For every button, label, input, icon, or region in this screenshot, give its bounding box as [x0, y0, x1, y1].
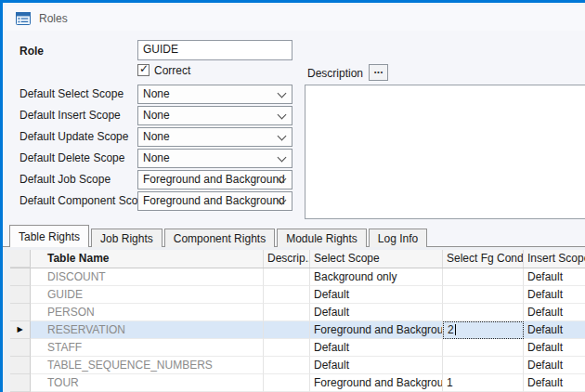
window-title: Roles: [39, 12, 68, 25]
combo-value: None: [143, 151, 170, 164]
default-insert-scope-label: Default Insert Scope: [20, 109, 121, 122]
roles-window: Roles Role GUIDE ✓ Correct Default Selec…: [0, 0, 585, 392]
combo-value: None: [143, 109, 170, 122]
cell-select-scope[interactable]: Default: [310, 286, 443, 304]
default-delete-scope-label: Default Delete Scope: [20, 151, 124, 164]
table-row[interactable]: PERSONDefaultDefault: [10, 304, 585, 321]
cell-select-fg-cond[interactable]: [443, 339, 524, 357]
description-textarea[interactable]: [305, 85, 585, 219]
table-row[interactable]: STAFFDefaultDefault: [10, 339, 585, 357]
cell-table-name[interactable]: DISCOUNT: [31, 268, 264, 286]
default-delete-scope-combo[interactable]: None: [137, 149, 292, 168]
default-insert-scope-combo[interactable]: None: [137, 106, 292, 125]
cell-insert-scope[interactable]: Default: [524, 374, 585, 392]
default-update-scope-combo[interactable]: None: [137, 127, 292, 147]
default-job-scope-combo[interactable]: Foreground and Background: [137, 170, 292, 189]
cell-select-scope[interactable]: Foreground and Background: [310, 321, 443, 339]
chevron-down-icon: [278, 153, 287, 163]
combo-value: None: [143, 130, 170, 143]
cell-select-fg-cond[interactable]: 1: [443, 374, 524, 392]
tab-job-rights[interactable]: Job Rights: [91, 229, 162, 247]
cell-table-name[interactable]: PERSON: [31, 304, 264, 321]
cell-table-name[interactable]: RESERVATION: [31, 321, 264, 339]
row-gutter[interactable]: [10, 374, 31, 392]
default-component-scope-combo[interactable]: Foreground and Background: [137, 191, 292, 211]
default-select-scope-label: Default Select Scope: [20, 87, 124, 100]
table-row[interactable]: DISCOUNTBackground onlyDefault: [10, 268, 585, 286]
grid-header-row: Table Name Descrip... Select Scope Selec…: [10, 250, 585, 268]
cell-insert-scope[interactable]: Default: [524, 321, 585, 339]
correct-checkbox-label: Correct: [154, 64, 190, 77]
correct-checkbox-row[interactable]: ✓ Correct: [137, 63, 190, 77]
cell-select-scope[interactable]: Foreground and Background: [310, 374, 443, 392]
description-ellipsis-button[interactable]: ...: [369, 64, 388, 81]
tab-component-rights[interactable]: Component Rights: [164, 229, 275, 247]
check-icon: ✓: [139, 62, 149, 75]
row-gutter[interactable]: [10, 304, 31, 321]
combo-value: Foreground and Background: [143, 194, 285, 207]
cell-select-fg-cond[interactable]: [443, 357, 524, 374]
cell-select-fg-cond[interactable]: [443, 286, 524, 304]
column-header-insert-scope[interactable]: Insert Scope: [524, 250, 585, 268]
table-rights-grid: Table Name Descrip... Select Scope Selec…: [10, 250, 585, 392]
chevron-down-icon: [278, 132, 287, 141]
cell-select-fg-cond[interactable]: [443, 304, 524, 321]
cell-select-scope[interactable]: Default: [310, 339, 443, 357]
cell-select-scope[interactable]: Default: [310, 304, 443, 321]
column-header-select-fg-cond[interactable]: Select Fg Cond...: [443, 250, 524, 268]
table-row[interactable]: GUIDEDefaultDefault: [10, 286, 585, 304]
tab-module-rights[interactable]: Module Rights: [277, 229, 367, 247]
cell-description[interactable]: [264, 357, 310, 374]
tab-strip: Table Rights Job Rights Component Rights…: [9, 225, 429, 247]
cell-table-name[interactable]: STAFF: [31, 339, 264, 357]
default-select-scope-combo[interactable]: None: [137, 85, 292, 104]
cell-select-scope[interactable]: Background only: [310, 268, 443, 286]
column-header-select-scope[interactable]: Select Scope: [310, 250, 443, 268]
cell-description[interactable]: [264, 339, 310, 357]
tab-table-rights[interactable]: Table Rights: [9, 225, 89, 247]
row-gutter[interactable]: [10, 286, 31, 304]
text-caret: [455, 324, 456, 335]
cell-select-scope[interactable]: Default: [310, 357, 443, 374]
title-bar: Roles: [6, 6, 585, 31]
grid-body: DISCOUNTBackground onlyDefaultGUIDEDefau…: [10, 268, 585, 392]
current-row-marker[interactable]: ▶: [10, 321, 31, 339]
grid-header-gutter: [10, 250, 31, 268]
cell-description[interactable]: [264, 286, 310, 304]
table-row[interactable]: ▶RESERVATIONForeground and Background2De…: [10, 321, 585, 339]
row-gutter[interactable]: [10, 357, 31, 374]
role-label: Role: [20, 45, 44, 58]
default-component-scope-label: Default Component Scope: [20, 194, 150, 207]
row-gutter[interactable]: [10, 339, 31, 357]
cell-table-name[interactable]: TOUR: [31, 374, 264, 392]
cell-description[interactable]: [264, 321, 310, 339]
table-row[interactable]: TABLE_SEQUENCE_NUMBERSDefaultDefault: [10, 357, 585, 374]
chevron-down-icon: [278, 111, 287, 120]
correct-checkbox[interactable]: ✓: [137, 64, 150, 76]
row-gutter[interactable]: [10, 268, 31, 286]
default-update-scope-label: Default Update Scope: [20, 130, 128, 143]
cell-insert-scope[interactable]: Default: [524, 304, 585, 321]
tab-log-info[interactable]: Log Info: [369, 229, 427, 247]
cell-select-fg-cond[interactable]: [443, 268, 524, 286]
cell-select-fg-cond[interactable]: 2: [443, 321, 524, 339]
cell-insert-scope[interactable]: Default: [524, 286, 585, 304]
role-input[interactable]: GUIDE: [137, 40, 292, 60]
column-header-table-name[interactable]: Table Name: [31, 250, 264, 268]
description-label: Description: [307, 67, 363, 80]
cell-description[interactable]: [264, 304, 310, 321]
combo-value: Foreground and Background: [143, 173, 285, 186]
cell-table-name[interactable]: TABLE_SEQUENCE_NUMBERS: [31, 357, 264, 374]
combo-value: None: [143, 87, 170, 100]
roles-window-icon: [16, 12, 31, 25]
cell-insert-scope[interactable]: Default: [524, 268, 585, 286]
cell-insert-scope[interactable]: Default: [524, 339, 585, 357]
cell-table-name[interactable]: GUIDE: [31, 286, 264, 304]
column-header-description[interactable]: Descrip...: [264, 250, 310, 268]
table-row[interactable]: TOURForeground and Background1Default: [10, 374, 585, 392]
cell-description[interactable]: [264, 374, 310, 392]
default-job-scope-label: Default Job Scope: [20, 173, 110, 186]
cell-description[interactable]: [264, 268, 310, 286]
cell-insert-scope[interactable]: Default: [524, 357, 585, 374]
chevron-down-icon: [278, 89, 287, 98]
